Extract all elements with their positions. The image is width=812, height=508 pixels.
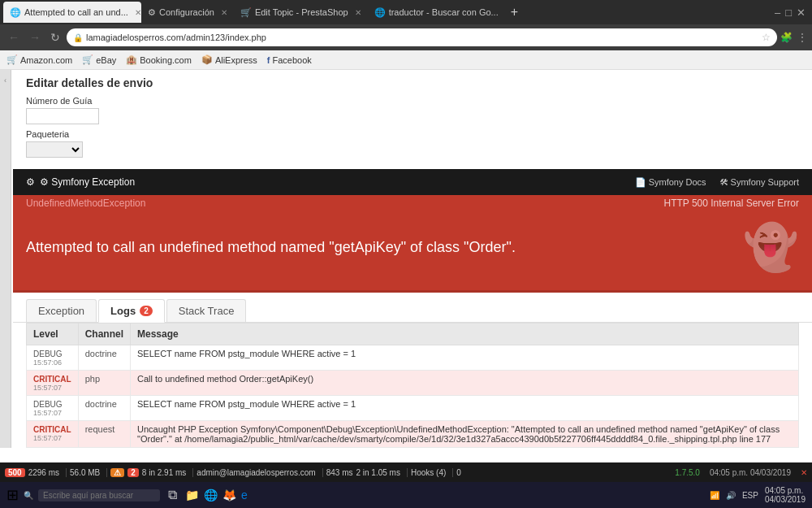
address-text: lamagiadelosperros.com/admin123/index.ph…: [86, 33, 758, 42]
sql-count: 2 in 1.05 ms: [356, 468, 407, 477]
time-display: 04:05 p.m.: [710, 468, 748, 477]
guide-number-group: Número de Guía: [26, 96, 799, 124]
start-button[interactable]: ⊞: [6, 486, 19, 504]
bookmark-ebay[interactable]: 🛒 eBay: [82, 54, 116, 65]
chrome-icon[interactable]: 🌐: [204, 488, 218, 501]
guide-label: Número de Guía: [26, 96, 799, 106]
windows-taskbar: ⊞ 🔍 ⧉ 📁 🌐 🦊 e 📶 🔊 ESP 04:05 p.m. 04/03/2…: [0, 482, 812, 508]
edit-form: Editar detalles de envio Número de Guía …: [13, 70, 812, 169]
menu-icon[interactable]: ⋮: [797, 32, 807, 43]
tab-close[interactable]: ✕: [505, 8, 506, 17]
http-status: HTTP 500 Internal Server Error: [663, 198, 799, 209]
tabs-bar: Exception Logs 2 Stack Trace: [13, 293, 812, 323]
time-label: 15:57:07: [33, 384, 71, 392]
badge-count: ⚠: [110, 468, 124, 477]
time-label: 15:57:07: [33, 434, 71, 442]
level-label: DEBUG: [33, 400, 63, 409]
nav-icons: 🧩 ⋮: [780, 32, 807, 43]
system-time: 04:05 p.m. 04/03/2019: [765, 486, 806, 504]
forward-button[interactable]: →: [26, 29, 44, 46]
tab-bar: 🌐 Attempted to call an und... ✕ ⚙ Config…: [0, 0, 812, 24]
bookmark-booking[interactable]: 🏨 Booking.com: [126, 54, 192, 65]
close-icon[interactable]: ✕: [801, 468, 807, 477]
cell-message: Uncaught PHP Exception Symfony\Component…: [131, 421, 799, 448]
bookmark-facebook[interactable]: f Facebook: [267, 55, 312, 65]
sidebar-arrow: ‹: [4, 76, 6, 85]
status-bar: 500 2296 ms 56.0 MB ⚠ 2 8 in 2.91 ms adm…: [0, 462, 812, 482]
cell-channel: doctrine: [78, 345, 130, 371]
firefox-icon[interactable]: 🦊: [222, 488, 236, 501]
error-code-badge: 500: [5, 468, 25, 477]
cell-level: DEBUG 15:57:07: [27, 396, 79, 421]
tab-2[interactable]: ⚙ Configuración ✕: [141, 2, 234, 23]
date-time: 04:05 p.m. 04/03/2019: [710, 468, 791, 477]
tab-close[interactable]: ✕: [221, 8, 227, 17]
symfony-header: ⚙ ⚙ Symfony Exception 📄 Symfony Docs 🛠 S…: [13, 169, 812, 195]
taskbar-search[interactable]: [38, 489, 160, 501]
tab-exception[interactable]: Exception: [26, 299, 97, 322]
paqueteria-select[interactable]: [26, 141, 83, 158]
level-label: DEBUG: [33, 350, 63, 358]
tab-3[interactable]: 🛒 Edit Topic - PrestaShop ✕: [234, 2, 368, 23]
lock-icon: 🔒: [73, 33, 83, 42]
admin-email: admin@lamagiadelosperros.com: [197, 468, 322, 477]
tab-stack-trace[interactable]: Stack Trace: [166, 299, 247, 322]
aliexpress-icon: 📦: [201, 54, 213, 65]
taskview-button[interactable]: ⧉: [168, 488, 177, 502]
col-header-channel: Channel: [78, 323, 130, 345]
cell-level: CRITICAL 15:57:07: [27, 371, 79, 396]
cell-channel: request: [78, 421, 130, 448]
symfony-title: ⚙ Symfony Exception: [40, 176, 135, 188]
symfony-links: 📄 Symfony Docs 🛠 Symfony Support: [635, 177, 799, 188]
bookmark-amazon[interactable]: 🛒 Amazon.com: [6, 54, 72, 65]
bookmark-aliexpress[interactable]: 📦 AliExpress: [201, 54, 257, 65]
symfony-support-link[interactable]: 🛠 Symfony Support: [719, 177, 799, 188]
tab-close[interactable]: ✕: [135, 8, 141, 17]
tab-label: Configuración: [159, 7, 214, 17]
close-browser-button[interactable]: ✕: [797, 7, 806, 19]
tab-1[interactable]: 🌐 Attempted to call an und... ✕: [3, 2, 141, 23]
booking-icon: 🏨: [126, 54, 137, 65]
file-explorer-icon[interactable]: 📁: [185, 488, 199, 501]
minimize-button[interactable]: –: [775, 7, 780, 19]
new-tab-button[interactable]: +: [506, 5, 523, 20]
table-row: CRITICAL 15:57:07 request Uncaught PHP E…: [27, 421, 799, 448]
address-bar[interactable]: 🔒 lamagiadelosperros.com/admin123/index.…: [67, 28, 777, 46]
edge-icon[interactable]: e: [241, 488, 248, 501]
refresh-button[interactable]: ↻: [47, 29, 63, 46]
level-label: CRITICAL: [33, 375, 71, 384]
bookmark-label: Amazon.com: [20, 55, 72, 65]
amazon-icon: 🛒: [6, 54, 18, 65]
cell-level: CRITICAL 15:57:07: [27, 421, 79, 448]
bookmark-label: Facebook: [273, 55, 312, 65]
maximize-button[interactable]: □: [785, 7, 792, 19]
symfony-docs-link[interactable]: 📄 Symfony Docs: [635, 177, 706, 188]
volume-icon: 🔊: [726, 491, 736, 500]
exception-type-bar: UndefinedMethodException HTTP 500 Intern…: [13, 195, 812, 211]
alert-count: 2: [127, 468, 139, 477]
bookmark-star-icon[interactable]: ☆: [762, 32, 771, 43]
form-title: Editar detalles de envio: [26, 76, 799, 89]
paqueteria-label: Paqueteria: [26, 129, 799, 139]
back-button[interactable]: ←: [5, 29, 23, 46]
symfony-logo: ⚙ ⚙ Symfony Exception: [26, 176, 135, 188]
tab-4[interactable]: 🌐 traductor - Buscar con Go... ✕: [368, 2, 506, 23]
tab-label: Attempted to call an und...: [24, 7, 128, 17]
search-icon[interactable]: 🔍: [24, 491, 33, 500]
sql-ms: 843 ms: [326, 468, 353, 477]
sidebar-toggle[interactable]: ‹: [0, 70, 11, 448]
bookmark-label: eBay: [96, 55, 116, 65]
wifi-icon: 📶: [710, 491, 719, 500]
ebay-icon: 🛒: [82, 54, 93, 65]
logs-table: Level Channel Message DEBUG 15:57:06 doc…: [26, 323, 799, 448]
taskbar-time: 04:05 p.m.: [765, 486, 803, 495]
guide-input[interactable]: [26, 108, 99, 124]
tab-close[interactable]: ✕: [355, 8, 361, 17]
browser-chrome: 🌐 Attempted to call an und... ✕ ⚙ Config…: [0, 0, 812, 70]
version: 1.7.5.0: [675, 468, 700, 477]
cell-channel: doctrine: [78, 396, 130, 421]
exception-tab-label: Exception: [38, 305, 84, 317]
paqueteria-group: Paqueteria: [26, 129, 799, 158]
tab-logs[interactable]: Logs 2: [98, 299, 165, 323]
taskbar-date: 04/03/2019: [765, 495, 806, 504]
